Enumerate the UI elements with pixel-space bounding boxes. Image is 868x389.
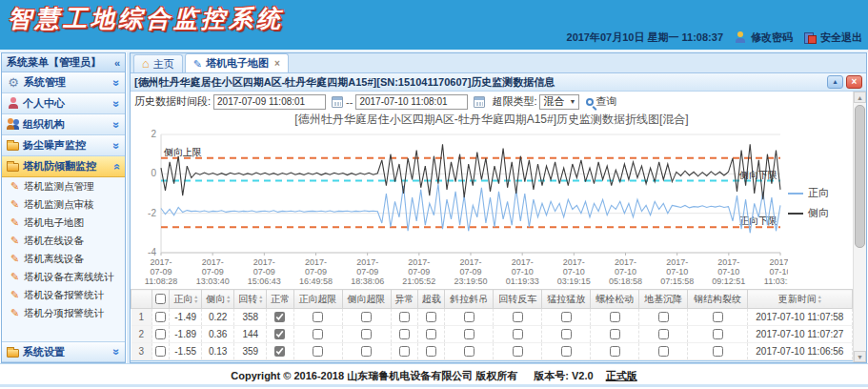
tab-close-icon[interactable]: × xyxy=(274,58,280,69)
sidebar-collapse-icon[interactable]: « xyxy=(114,57,120,69)
status-checkbox[interactable] xyxy=(426,312,436,322)
status-checkbox[interactable] xyxy=(658,329,669,339)
status-checkbox[interactable] xyxy=(274,312,285,322)
cell-check[interactable] xyxy=(639,343,688,360)
row-select-checkbox[interactable] xyxy=(155,346,166,357)
status-checkbox[interactable] xyxy=(658,346,669,357)
vertical-scrollbar[interactable]: ▲ ▼ xyxy=(853,92,866,362)
cell-check[interactable] xyxy=(391,309,417,326)
status-checkbox[interactable] xyxy=(399,346,410,357)
cell-check[interactable] xyxy=(542,326,591,343)
cell-check[interactable] xyxy=(293,326,342,343)
cell-check[interactable] xyxy=(591,343,639,360)
status-checkbox[interactable] xyxy=(399,312,410,322)
sidebar-section-3[interactable]: 扬尘噪声监控» xyxy=(2,135,125,156)
status-checkbox[interactable] xyxy=(361,329,372,339)
cell-check[interactable] xyxy=(494,326,542,343)
cell-check[interactable] xyxy=(591,309,639,326)
sidebar-section-1[interactable]: 个人中心» xyxy=(2,93,125,114)
cell-selectall[interactable] xyxy=(152,309,170,326)
status-checkbox[interactable] xyxy=(464,346,474,357)
status-checkbox[interactable] xyxy=(361,312,372,322)
cell-check[interactable] xyxy=(267,309,293,326)
cell-check[interactable] xyxy=(342,326,391,343)
search-button[interactable]: 查询 xyxy=(586,94,616,109)
status-checkbox[interactable] xyxy=(713,329,723,339)
status-checkbox[interactable] xyxy=(513,312,523,322)
col-header-2[interactable]: 正向▴▾ xyxy=(170,290,202,309)
select-all-checkbox[interactable] xyxy=(155,294,166,304)
status-checkbox[interactable] xyxy=(561,329,572,339)
limit-type-select[interactable]: 混合 ▼ xyxy=(539,94,579,110)
sidebar-subitem-7[interactable]: ✎塔机分项报警统计 xyxy=(2,304,125,322)
panel-close-button[interactable]: × xyxy=(846,75,862,89)
sidebar-item-system-settings[interactable]: 系统设置 » xyxy=(2,341,125,362)
status-checkbox[interactable] xyxy=(464,312,474,322)
cell-check[interactable] xyxy=(293,343,342,360)
cell-selectall[interactable] xyxy=(152,326,170,343)
status-checkbox[interactable] xyxy=(399,329,410,339)
status-checkbox[interactable] xyxy=(313,346,323,357)
col-header-16[interactable]: 更新时间▴▾ xyxy=(747,290,852,309)
cell-check[interactable] xyxy=(391,326,417,343)
cell-check[interactable] xyxy=(445,343,494,360)
cell-check[interactable] xyxy=(391,343,417,360)
sidebar-section-2[interactable]: 组织机构» xyxy=(2,114,125,135)
cell-check[interactable] xyxy=(417,326,444,343)
status-checkbox[interactable] xyxy=(713,346,723,357)
cell-check[interactable] xyxy=(542,309,591,326)
status-checkbox[interactable] xyxy=(464,329,474,339)
cell-check[interactable] xyxy=(445,309,494,326)
status-checkbox[interactable] xyxy=(361,346,372,357)
cell-check[interactable] xyxy=(688,326,747,343)
tab-1[interactable]: ✎塔机电子地图× xyxy=(185,53,289,72)
sort-icon[interactable]: ▴▾ xyxy=(818,295,821,304)
sidebar-subitem-6[interactable]: ✎塔机设备报警统计 xyxy=(2,286,125,304)
sidebar-subitem-1[interactable]: ✎塔机监测点审核 xyxy=(2,195,125,214)
status-checkbox[interactable] xyxy=(610,329,620,339)
cell-check[interactable] xyxy=(267,326,293,343)
status-checkbox[interactable] xyxy=(313,329,323,339)
cell-check[interactable] xyxy=(342,343,391,360)
cell-check[interactable] xyxy=(417,309,444,326)
status-checkbox[interactable] xyxy=(274,329,285,339)
cell-check[interactable] xyxy=(542,343,591,360)
sidebar-section-0[interactable]: ⚙系统管理» xyxy=(2,72,125,93)
cell-check[interactable] xyxy=(639,309,688,326)
sort-icon[interactable]: ▴▾ xyxy=(259,295,262,304)
status-checkbox[interactable] xyxy=(610,346,620,357)
logout-button[interactable]: 安全退出 xyxy=(804,31,862,45)
status-checkbox[interactable] xyxy=(274,346,285,357)
status-checkbox[interactable] xyxy=(513,346,523,357)
sidebar-subitem-0[interactable]: ✎塔机监测点管理 xyxy=(2,177,125,195)
sort-icon[interactable]: ▴▾ xyxy=(227,295,230,304)
col-header-1[interactable] xyxy=(152,290,170,309)
cell-check[interactable] xyxy=(342,309,391,326)
tab-0[interactable]: ⌂主页 xyxy=(133,54,183,72)
cell-selectall[interactable] xyxy=(152,343,170,360)
row-select-checkbox[interactable] xyxy=(155,329,166,339)
status-checkbox[interactable] xyxy=(658,312,669,322)
scroll-up-icon[interactable]: ▲ xyxy=(854,92,866,103)
col-header-4[interactable]: 回转▴▾ xyxy=(234,290,267,309)
cell-check[interactable] xyxy=(494,343,542,360)
status-checkbox[interactable] xyxy=(513,329,523,339)
sidebar-subitem-3[interactable]: ✎塔机在线设备 xyxy=(2,232,125,250)
cell-check[interactable] xyxy=(445,326,494,343)
cell-check[interactable] xyxy=(494,309,542,326)
sort-icon[interactable]: ▴▾ xyxy=(194,295,197,304)
sidebar-subitem-5[interactable]: ✎塔机设备在离线统计 xyxy=(2,268,125,286)
calendar-icon[interactable] xyxy=(332,96,343,108)
start-date-input[interactable] xyxy=(213,94,326,110)
status-checkbox[interactable] xyxy=(713,312,723,322)
status-checkbox[interactable] xyxy=(313,312,323,322)
cell-check[interactable] xyxy=(591,326,639,343)
change-password-button[interactable]: 修改密码 xyxy=(735,31,793,45)
col-header-3[interactable]: 侧向▴▾ xyxy=(202,290,234,309)
scrollbar-thumb[interactable] xyxy=(855,105,865,248)
cell-check[interactable] xyxy=(417,343,444,360)
sidebar-section-4[interactable]: 塔机防倾翻监控» xyxy=(2,156,125,177)
end-date-input[interactable] xyxy=(355,94,468,110)
panel-minimize-button[interactable]: ▴ xyxy=(827,75,843,89)
scroll-down-icon[interactable]: ▼ xyxy=(854,351,866,362)
